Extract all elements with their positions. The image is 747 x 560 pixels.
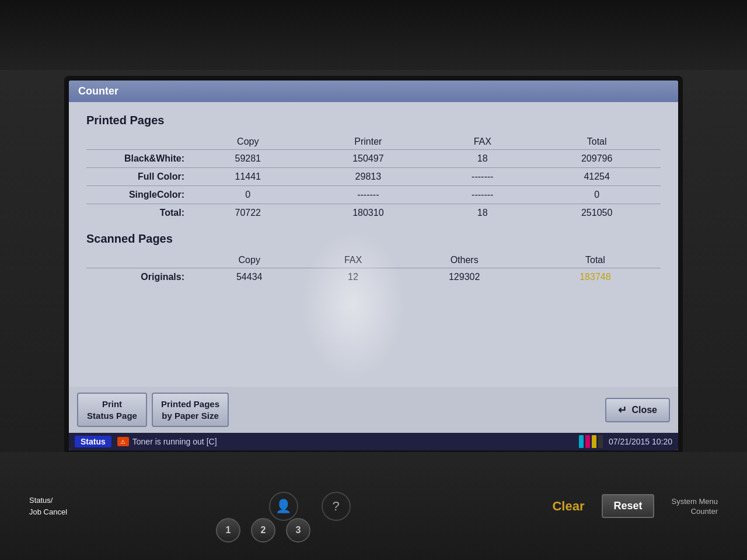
table-row: Total: 70722 180310 18 251050 [86,204,661,222]
scan-col-empty [86,253,191,268]
status-label: Status [75,436,111,447]
sc-fax: ------- [432,186,533,204]
table-row: Originals: 54434 12 129302 183748 [86,268,661,286]
toner-icon: ⚠ [117,437,129,446]
reset-button[interactable]: Reset [602,494,654,518]
printed-pages-by-paper-size-button[interactable]: Printed Pages by Paper Size [152,393,229,427]
bottom-panel: Status/ Job Cancel 👤 ? 1 2 3 Clear Reset… [0,452,747,560]
toner-warning-text: Toner is running out [C] [132,437,217,446]
screen: Counter Printed Pages Copy Printer FAX [69,80,678,450]
bottom-buttons-bar: Print Status Page Printed Pages by Paper… [69,387,678,433]
person-icon[interactable]: 👤 [269,492,298,521]
orig-total: 183748 [530,268,661,286]
status-bar: Status ⚠ Toner is running out [C] 07/21/… [69,433,678,450]
table-row: Full Color: 11441 29813 ------- 41254 [86,168,661,186]
screen-title: Counter [78,85,118,97]
system-menu-label[interactable]: System Menu [672,497,718,506]
print-status-page-button[interactable]: Print Status Page [77,393,147,427]
sc-total: 0 [533,186,661,204]
sc-printer: ------- [305,186,432,204]
num-pad-area: 1 2 3 [216,518,310,542]
black-bar [598,435,603,448]
bottom-right-area: Clear Reset System Menu Counter [552,494,718,518]
orig-others: 129302 [399,268,530,286]
question-icon[interactable]: ? [322,492,351,521]
col-total-header: Total [533,134,661,150]
num-3-button[interactable]: 3 [286,518,310,542]
fc-fax: ------- [432,168,533,186]
total-fax: 18 [432,204,533,222]
scanned-pages-section: Scanned Pages Copy FAX Others Total [86,232,661,292]
bw-label: Black&White: [86,150,191,168]
color-indicator [579,435,603,448]
col-printer-header: Printer [305,134,432,150]
counter-label[interactable]: Counter [691,507,718,516]
yellow-bar [592,435,596,448]
bottom-left-area: Status/ Job Cancel [29,495,67,517]
bw-printer: 150497 [305,150,432,168]
printed-pages-section: Printed Pages Copy Printer FAX Total [86,114,661,228]
bw-total: 209796 [533,150,661,168]
col-empty [86,134,191,150]
sc-copy: 0 [191,186,305,204]
scan-col-fax-header: FAX [307,253,399,268]
enter-icon: ↵ [618,404,627,416]
scan-col-copy-header: Copy [191,253,307,268]
orig-label: Originals: [86,268,191,286]
total-printer: 180310 [305,204,432,222]
close-button[interactable]: ↵ Close [605,398,670,422]
clear-button[interactable]: Clear [552,499,584,514]
bw-fax: 18 [432,150,533,168]
col-fax-header: FAX [432,134,533,150]
scanned-pages-table: Copy FAX Others Total Originals: 54434 1… [86,253,661,286]
cyan-bar [579,435,584,448]
scan-col-total-header: Total [530,253,661,268]
status-job-cancel-label: Status/ Job Cancel [29,495,67,517]
orig-copy: 54434 [191,268,307,286]
bw-copy: 59281 [191,150,305,168]
magenta-bar [585,435,590,448]
col-copy-header: Copy [191,134,305,150]
bottom-icons: 👤 ? [269,492,351,521]
total-copy: 70722 [191,204,305,222]
orig-fax: 12 [307,268,399,286]
scan-col-others-header: Others [399,253,530,268]
fc-label: Full Color: [86,168,191,186]
total-total: 251050 [533,204,661,222]
num-1-button[interactable]: 1 [216,518,240,542]
system-menu-counter: System Menu Counter [672,497,718,516]
fc-printer: 29813 [305,168,432,186]
title-bar: Counter [69,80,678,102]
device-body: Counter Printed Pages Copy Printer FAX [0,0,747,560]
table-row: SingleColor: 0 ------- ------- 0 [86,186,661,204]
toner-warning: ⚠ Toner is running out [C] [117,437,217,446]
datetime: 07/21/2015 10:20 [609,437,672,446]
sc-label: SingleColor: [86,186,191,204]
screen-bezel: Counter Printed Pages Copy Printer FAX [64,76,683,455]
fc-copy: 11441 [191,168,305,186]
total-label: Total: [86,204,191,222]
table-row: Black&White: 59281 150497 18 209796 [86,150,661,168]
main-content: Printed Pages Copy Printer FAX Total [69,102,678,387]
printed-pages-heading: Printed Pages [86,114,661,127]
scanned-pages-heading: Scanned Pages [86,232,661,246]
top-bar [0,0,747,70]
printed-pages-table: Copy Printer FAX Total Black&White: 5928… [86,134,661,222]
fc-total: 41254 [533,168,661,186]
num-2-button[interactable]: 2 [251,518,275,542]
